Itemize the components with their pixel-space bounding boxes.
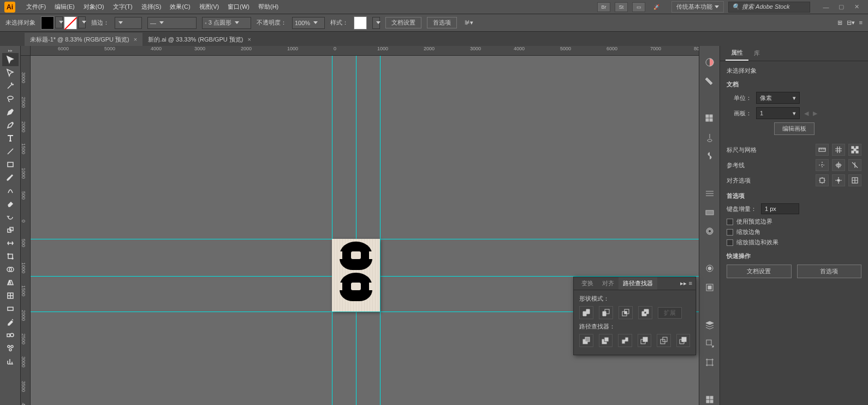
minus-back-icon[interactable] xyxy=(676,334,691,347)
menu-help[interactable]: 帮助(H) xyxy=(254,3,283,11)
outline-icon[interactable] xyxy=(657,334,671,347)
eyedropper-tool[interactable] xyxy=(2,315,19,328)
tab-libraries[interactable]: 库 xyxy=(748,46,765,61)
transparency-icon[interactable] xyxy=(704,226,716,237)
pen-tool[interactable] xyxy=(2,105,19,119)
rocket-icon[interactable]: 🚀 xyxy=(650,2,663,12)
menu-edit[interactable]: 编辑(E) xyxy=(50,3,79,11)
width-tool[interactable] xyxy=(2,237,19,250)
magic-wand-tool[interactable] xyxy=(2,79,19,92)
minimize-icon[interactable]: — xyxy=(819,2,833,12)
grid-toggle-icon[interactable]: ⊞ xyxy=(837,19,842,26)
blend-tool[interactable] xyxy=(2,328,19,342)
artboards-icon[interactable] xyxy=(704,357,716,368)
tab-close-icon[interactable]: × xyxy=(248,36,251,43)
artwork-shape-top[interactable] xyxy=(340,242,372,270)
menu-effect[interactable]: 效果(C) xyxy=(165,3,194,11)
guide-vertical[interactable] xyxy=(332,56,332,405)
guides-visibility-icon[interactable] xyxy=(816,159,829,171)
keyboard-increment-input[interactable] xyxy=(761,203,799,214)
prev-artboard-icon[interactable]: ◀ xyxy=(804,110,808,117)
artwork-shape-bottom[interactable] xyxy=(340,273,372,301)
opacity-input[interactable]: 100% xyxy=(292,17,325,29)
tab-pathfinder[interactable]: 路径查找器 xyxy=(619,277,657,290)
menu-file[interactable]: 文件(F) xyxy=(22,3,50,11)
guides-lock-icon[interactable] xyxy=(832,159,845,171)
pathfinder-panel[interactable]: 变换 对齐 路径查找器 ▸▸≡ 形状模式： 扩展 路径查找器： xyxy=(573,277,696,355)
exclude-icon[interactable] xyxy=(638,306,652,319)
artboard-select[interactable]: 1▾ xyxy=(756,107,800,119)
shape-builder-tool[interactable] xyxy=(2,263,19,276)
lasso-tool[interactable] xyxy=(2,92,19,105)
collapse-icon[interactable]: ▸▸ xyxy=(680,280,687,287)
trim-icon[interactable] xyxy=(599,334,613,347)
line-tool[interactable] xyxy=(2,145,19,158)
arrange-icon[interactable]: ▭ xyxy=(632,2,645,12)
toolbar-expand-icon[interactable]: ▸▸ xyxy=(8,48,13,53)
stroke-weight[interactable] xyxy=(115,17,142,29)
layers-icon[interactable] xyxy=(704,319,716,330)
appearance-icon[interactable] xyxy=(704,263,716,274)
preview-bounds-checkbox[interactable] xyxy=(727,219,733,225)
swatches-icon[interactable] xyxy=(704,76,716,87)
artboard[interactable] xyxy=(332,239,380,312)
close-icon[interactable]: ✕ xyxy=(849,2,864,12)
direct-selection-tool[interactable] xyxy=(2,66,19,79)
selection-tool[interactable] xyxy=(2,53,19,66)
perspective-tool[interactable] xyxy=(2,276,19,289)
mesh-tool[interactable] xyxy=(2,289,19,302)
color-panel-icon[interactable] xyxy=(704,57,716,68)
swatch-lib-icon[interactable] xyxy=(704,113,716,124)
fill-swatch[interactable] xyxy=(41,16,54,30)
ruler-vertical[interactable]: 3000 2500 2000 1500 1000 500 0 500 1000 … xyxy=(21,56,31,405)
ruler-icon[interactable] xyxy=(816,144,829,156)
scale-corners-checkbox[interactable] xyxy=(727,229,733,236)
symbols-icon[interactable] xyxy=(704,151,716,162)
unite-icon[interactable] xyxy=(579,306,593,319)
quick-doc-setup-button[interactable]: 文档设置 xyxy=(727,265,792,278)
symbol-tool[interactable] xyxy=(2,342,19,355)
crop-icon[interactable] xyxy=(638,334,652,347)
type-tool[interactable] xyxy=(2,132,19,145)
menu-object[interactable]: 对象(O) xyxy=(79,3,109,11)
tab-align[interactable]: 对齐 xyxy=(598,277,619,290)
menu-icon[interactable]: ≡ xyxy=(859,19,863,26)
graph-tool[interactable] xyxy=(2,355,19,368)
tab-doc-2[interactable]: 新的.ai @ 33.33% (RGB/GPU 预览) × xyxy=(142,33,257,46)
grid-icon[interactable] xyxy=(832,144,845,156)
align-icon[interactable]: ⊯▾ xyxy=(465,19,473,26)
tab-close-icon[interactable]: × xyxy=(134,36,137,43)
menu-select[interactable]: 选择(S) xyxy=(137,3,166,11)
next-artboard-icon[interactable]: ▶ xyxy=(813,110,817,117)
tab-properties[interactable]: 属性 xyxy=(726,46,748,61)
gradient-tool[interactable] xyxy=(2,302,19,315)
rotate-tool[interactable] xyxy=(2,210,19,224)
doc-setup-button[interactable]: 文档设置 xyxy=(385,17,421,28)
guide-vertical[interactable] xyxy=(356,56,356,405)
prefs-button[interactable]: 首选项 xyxy=(427,17,457,28)
stroke-profile[interactable]: — xyxy=(147,17,197,29)
brush-tool[interactable] xyxy=(2,171,19,184)
scale-tool[interactable] xyxy=(2,224,19,237)
menu-view[interactable]: 视图(V) xyxy=(195,3,224,11)
unit-select[interactable]: 像素▾ xyxy=(756,92,800,104)
panel-menu-icon[interactable]: ≡ xyxy=(689,280,692,287)
ruler-horizontal[interactable]: 6000 5000 4000 3000 2000 1000 0 1000 200… xyxy=(31,46,699,56)
fill-dropdown[interactable] xyxy=(55,16,63,28)
gradient-panel-icon[interactable] xyxy=(704,207,716,218)
free-transform-tool[interactable] xyxy=(2,250,19,263)
shaper-tool[interactable] xyxy=(2,184,19,197)
eraser-tool[interactable] xyxy=(2,197,19,210)
brushes-icon[interactable] xyxy=(704,132,716,143)
stroke-dropdown[interactable] xyxy=(78,16,86,28)
divide-icon[interactable] xyxy=(579,334,593,347)
snap-toggle-icon[interactable]: ⊟▾ xyxy=(847,19,855,26)
rectangle-tool[interactable] xyxy=(2,158,19,171)
scale-strokes-checkbox[interactable] xyxy=(727,239,733,246)
merge-icon[interactable] xyxy=(618,334,632,347)
menu-type[interactable]: 文字(T) xyxy=(109,3,137,11)
stroke-panel-icon[interactable] xyxy=(704,188,716,199)
stock-icon[interactable]: St xyxy=(615,2,628,12)
style-dropdown[interactable] xyxy=(372,17,380,29)
intersect-icon[interactable] xyxy=(619,306,633,319)
